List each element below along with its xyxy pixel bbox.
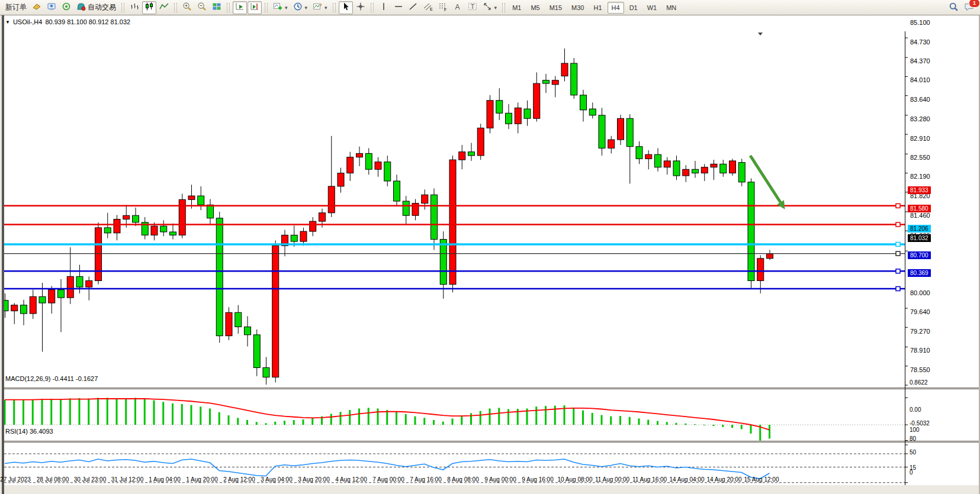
dropdown-arrow-icon: ▾ <box>285 5 288 11</box>
profiles-button[interactable] <box>30 1 44 14</box>
cursor-icon <box>341 2 351 13</box>
chart-shift-button[interactable] <box>248 1 262 14</box>
bar-chart-icon <box>130 2 139 13</box>
crosshair-icon <box>356 2 365 13</box>
timeframe-w1-button[interactable]: W1 <box>643 2 661 14</box>
fibonacci-button[interactable]: F <box>436 1 450 14</box>
toolbar-grip <box>333 3 336 12</box>
search-icon <box>949 2 959 14</box>
crosshair-button[interactable] <box>354 1 368 14</box>
hline-handle-81.580[interactable] <box>896 222 900 227</box>
hline-handle-80.369[interactable] <box>896 286 900 290</box>
svg-text:F: F <box>444 8 446 12</box>
timeframe-h4-button[interactable]: H4 <box>608 2 624 14</box>
toolbar: 新订单 自动交易 ▾ ▾ ▾ E F A T ▾ M1M5M15M30H1H4D… <box>0 0 980 15</box>
equidistant-channel-button[interactable]: E <box>421 1 435 14</box>
indicators-button[interactable]: ▾ <box>271 1 290 14</box>
auto-scroll-icon <box>235 2 245 13</box>
trendline-button[interactable] <box>406 1 420 14</box>
line-chart-icon <box>159 2 169 13</box>
svg-text:T: T <box>471 4 474 10</box>
auto-scroll-button[interactable] <box>233 1 247 14</box>
text-a-icon: A <box>453 2 462 13</box>
window-left-bar <box>2 15 4 494</box>
vertical-line-button[interactable] <box>377 1 391 14</box>
auto-trading-label: 自动交易 <box>88 2 116 12</box>
text-label-button[interactable]: T <box>465 1 480 14</box>
toolbar-grip <box>174 3 177 12</box>
arrows-button[interactable]: ▾ <box>480 1 500 14</box>
cursor-button[interactable] <box>339 1 353 14</box>
hline-handle-81.206[interactable] <box>896 242 900 246</box>
horizontal-line-icon <box>394 2 403 13</box>
candlestick-chart-button[interactable] <box>142 1 156 14</box>
signals-icon <box>62 2 71 13</box>
dropdown-arrow-icon: ▾ <box>494 5 497 11</box>
timeframe-m1-button[interactable]: M1 <box>508 2 525 14</box>
vertical-line-icon <box>379 2 388 13</box>
notification-badge: 1 <box>969 0 980 8</box>
dropdown-arrow-icon: ▾ <box>305 5 308 11</box>
clock-icon <box>293 2 303 13</box>
toolbar-grip <box>227 3 230 12</box>
auto-trading-button[interactable]: 自动交易 <box>74 1 118 14</box>
hline-handle-81.032[interactable] <box>896 251 900 256</box>
horizontal-line-button[interactable] <box>391 1 406 14</box>
fibonacci-icon: F <box>438 2 448 13</box>
templates-button[interactable]: ▾ <box>310 1 330 14</box>
arrows-icon <box>483 2 492 13</box>
chart-shift-icon <box>250 2 259 13</box>
zoom-out-icon <box>197 2 207 13</box>
timeframe-m15-button[interactable]: M15 <box>545 2 566 14</box>
timeframe-h1-button[interactable]: H1 <box>590 2 606 14</box>
market-watch-icon <box>47 2 56 13</box>
signals-button[interactable] <box>59 1 73 14</box>
new-order-label: 新订单 <box>5 2 27 12</box>
window-bottom-edge <box>0 485 980 494</box>
timeframe-group: M1M5M15M30H1H4D1W1MN <box>508 2 680 14</box>
line-chart-button[interactable] <box>157 1 171 14</box>
hline-handle-80.700[interactable] <box>896 269 900 273</box>
svg-text:E: E <box>430 7 433 11</box>
tile-windows-icon <box>212 2 221 13</box>
auto-trading-icon <box>76 2 86 13</box>
timeframe-m5-button[interactable]: M5 <box>526 2 544 14</box>
text-button[interactable]: A <box>451 1 465 14</box>
hline-handle-81.933[interactable] <box>896 204 900 208</box>
zoom-in-button[interactable] <box>180 1 194 14</box>
chart-window[interactable] <box>0 15 980 494</box>
new-order-button[interactable]: 新订单 <box>3 1 29 14</box>
zoom-in-icon <box>182 2 192 13</box>
trendline-icon <box>409 2 418 13</box>
dropdown-arrow-icon: ▾ <box>324 5 327 11</box>
zoom-out-button[interactable] <box>195 1 209 14</box>
candlestick-chart-icon <box>144 2 154 13</box>
search-button[interactable] <box>946 1 961 14</box>
svg-text:A: A <box>455 3 460 11</box>
profiles-icon <box>32 2 41 13</box>
toolbar-grip <box>371 3 374 12</box>
timeframe-m30-button[interactable]: M30 <box>567 2 588 14</box>
equidistant-channel-icon: E <box>423 2 433 13</box>
periods-button[interactable]: ▾ <box>291 1 310 14</box>
tile-windows-button[interactable] <box>210 1 224 14</box>
indicators-icon <box>273 2 282 13</box>
chart-plot-svg[interactable] <box>0 15 980 494</box>
bar-chart-button[interactable] <box>127 1 142 14</box>
timeframe-mn-button[interactable]: MN <box>662 2 680 14</box>
toolbar-grip <box>121 3 124 12</box>
toolbar-grip <box>265 3 268 12</box>
toolbar-grip <box>502 3 505 12</box>
templates-icon <box>313 2 322 13</box>
timeframe-d1-button[interactable]: D1 <box>625 2 642 14</box>
market-watch-button[interactable] <box>44 1 59 14</box>
text-label-icon: T <box>468 2 477 13</box>
